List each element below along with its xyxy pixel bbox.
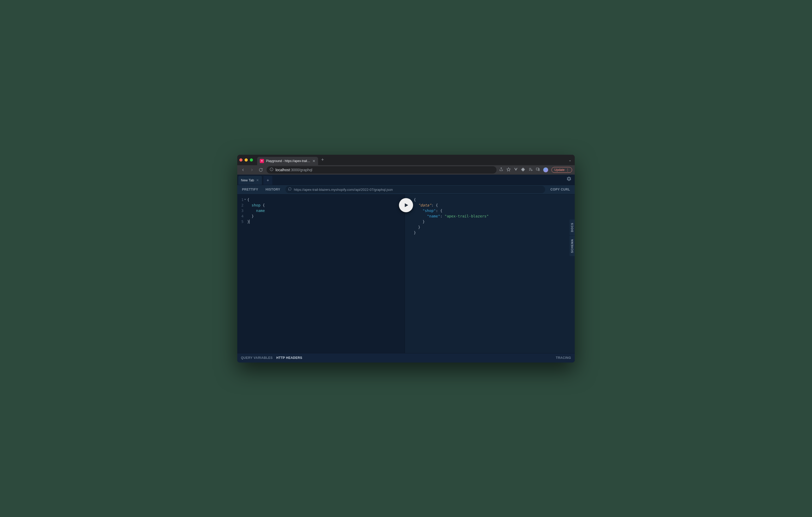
maximize-window-button[interactable] — [250, 158, 253, 161]
schema-panel-tab[interactable]: SCHEMA — [570, 236, 575, 256]
back-button[interactable] — [240, 167, 246, 173]
query-code[interactable]: { shop { name } } — [244, 194, 267, 353]
new-browser-tab-button[interactable]: + — [318, 157, 327, 162]
graphql-playground: New Tab ✕ + PRETTIFY HISTORY COPY CURL — [237, 175, 575, 363]
query-editor[interactable]: 1 2 3 4 5 { shop { name } } — [237, 194, 405, 353]
prettify-button[interactable]: PRETTIFY — [238, 186, 262, 193]
share-icon[interactable] — [499, 167, 503, 173]
playground-toolbar: PRETTIFY HISTORY COPY CURL — [237, 185, 575, 194]
playground-bottom-bar: QUERY VARIABLES HTTP HEADERS TRACING — [237, 353, 575, 363]
update-label: Update — [554, 168, 564, 172]
query-variables-tab[interactable]: QUERY VARIABLES — [241, 356, 272, 360]
favicon-icon: ✦ — [260, 159, 264, 163]
tab-list-chevron-icon[interactable]: ⌄ — [569, 158, 572, 162]
playground-body: 1 2 3 4 5 { shop { name } } { "data": { … — [237, 194, 575, 353]
media-playlist-icon[interactable] — [528, 167, 532, 173]
history-button[interactable]: HISTORY — [262, 186, 284, 193]
docs-panel-tab[interactable]: DOCS — [570, 219, 575, 235]
kebab-menu-icon: ⋮ — [566, 168, 569, 172]
close-window-button[interactable] — [239, 158, 242, 161]
minimize-window-button[interactable] — [244, 158, 248, 161]
endpoint-bar — [285, 186, 545, 193]
playground-tab[interactable]: New Tab ✕ — [238, 176, 262, 185]
extensions-puzzle-icon[interactable] — [521, 167, 525, 173]
browser-window: ✦ Playground - https://apex-trail… ✕ + ⌄… — [237, 155, 575, 363]
result-pane: { "data": { "shop": { "name": "apex-trai… — [405, 194, 575, 353]
toolbar-actions: Update ⋮ — [499, 167, 572, 173]
close-playground-tab-button[interactable]: ✕ — [256, 178, 259, 182]
result-fold-gutter — [408, 194, 411, 353]
result-code[interactable]: { "data": { "shop": { "name": "apex-trai… — [411, 194, 492, 353]
endpoint-input[interactable] — [294, 188, 543, 191]
copy-curl-button[interactable]: COPY CURL — [547, 186, 574, 193]
svg-marker-4 — [507, 168, 511, 171]
svg-marker-11 — [405, 203, 408, 207]
browser-tab[interactable]: ✦ Playground - https://apex-trail… ✕ — [257, 157, 318, 165]
chrome-tab-strip: ✦ Playground - https://apex-trail… ✕ + ⌄ — [237, 155, 575, 165]
browser-tab-title: Playground - https://apex-trail… — [266, 159, 310, 163]
site-info-icon[interactable] — [270, 168, 273, 172]
http-headers-tab[interactable]: HTTP HEADERS — [276, 356, 302, 360]
forward-button[interactable] — [249, 167, 255, 173]
tracing-tab[interactable]: TRACING — [556, 356, 571, 360]
playground-tabs: New Tab ✕ + — [237, 175, 575, 185]
devices-icon[interactable] — [536, 167, 540, 173]
window-controls — [239, 158, 253, 161]
close-tab-button[interactable]: ✕ — [312, 159, 316, 163]
settings-gear-icon[interactable] — [567, 176, 572, 182]
add-playground-tab-button[interactable]: + — [263, 176, 272, 185]
reload-button[interactable] — [258, 167, 264, 173]
chrome-toolbar: localhost:3000/graphql — [237, 165, 575, 175]
reload-schema-icon[interactable] — [288, 187, 292, 192]
line-gutter: 1 2 3 4 5 — [237, 194, 244, 353]
address-bar[interactable]: localhost:3000/graphql — [267, 166, 496, 174]
update-button[interactable]: Update ⋮ — [551, 167, 572, 173]
svg-marker-8 — [531, 170, 532, 171]
execute-query-button[interactable] — [399, 198, 413, 212]
bookmark-star-icon[interactable] — [506, 167, 511, 173]
extension-v-icon[interactable] — [514, 167, 518, 173]
url-text: localhost:3000/graphql — [276, 168, 312, 172]
playground-tab-label: New Tab — [241, 178, 254, 182]
profile-avatar[interactable] — [543, 167, 548, 173]
